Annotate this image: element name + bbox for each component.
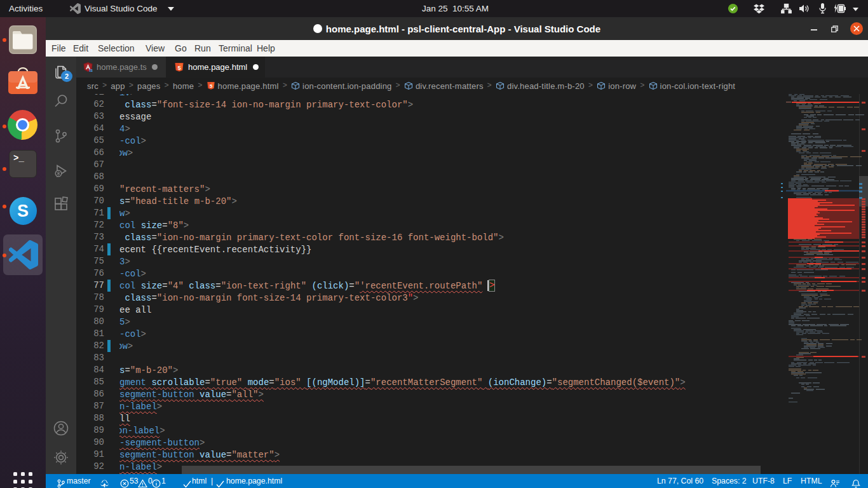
svg-text:5: 5 [177, 64, 180, 71]
svg-text:ts: ts [89, 68, 93, 72]
svg-text:5: 5 [209, 83, 212, 89]
